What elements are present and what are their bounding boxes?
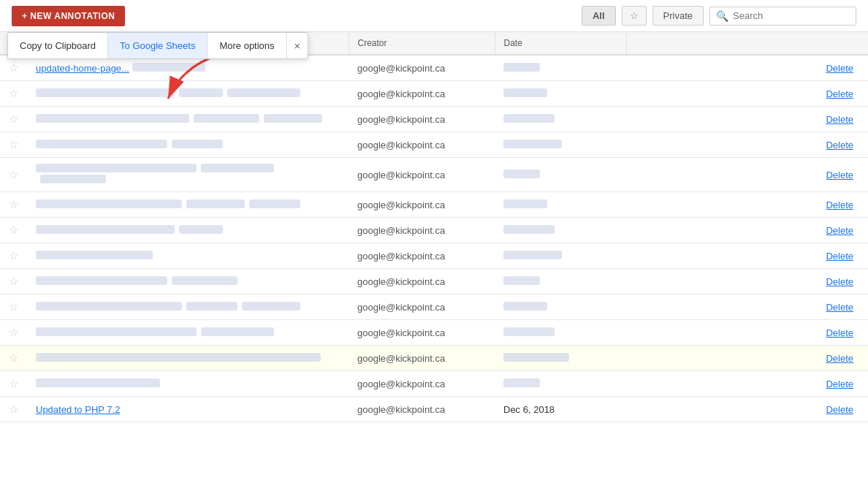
content-cell [27, 243, 349, 269]
star-cell[interactable]: ☆ [0, 346, 27, 371]
table-row: ☆google@kickpoint.caDelete [0, 192, 868, 218]
to-google-sheets-button[interactable]: To Google Sheets [108, 33, 208, 58]
content-cell [27, 158, 349, 192]
table-row: ☆google@kickpoint.caDelete [0, 320, 868, 346]
creator-cell: google@kickpoint.ca [349, 294, 495, 320]
star-cell[interactable]: ☆ [0, 218, 27, 243]
action-cell: Delete [626, 107, 868, 132]
filter-star-button[interactable]: ☆ [622, 6, 647, 26]
delete-button[interactable]: Delete [826, 199, 853, 210]
star-cell[interactable]: ☆ [0, 158, 27, 192]
date-cell [495, 243, 626, 269]
delete-button[interactable]: Delete [826, 170, 853, 180]
blurred-content [40, 175, 106, 183]
date-cell [495, 107, 626, 132]
delete-button[interactable]: Delete [826, 404, 853, 415]
more-options-button[interactable]: More options [208, 33, 286, 58]
blurred-content [36, 379, 160, 387]
blurred-date [503, 63, 540, 72]
blurred-content [36, 225, 175, 234]
content-cell [27, 294, 349, 320]
delete-button[interactable]: Delete [826, 140, 853, 151]
filter-all-button[interactable]: All [582, 6, 616, 26]
date-cell [495, 55, 626, 81]
star-cell[interactable]: ☆ [0, 397, 27, 422]
export-popup: Copy to Clipboard To Google Sheets More … [7, 32, 308, 59]
blurred-content [36, 199, 182, 208]
copy-to-clipboard-button[interactable]: Copy to Clipboard [8, 33, 108, 58]
star-cell[interactable]: ☆ [0, 371, 27, 397]
star-cell[interactable]: ☆ [0, 269, 27, 294]
annotation-link[interactable]: Updated to PHP 7.2 [36, 404, 120, 415]
star-cell[interactable]: ☆ [0, 192, 27, 218]
delete-button[interactable]: Delete [826, 88, 853, 99]
table-row: ☆google@kickpoint.caDelete [0, 107, 868, 132]
star-cell[interactable]: ☆ [0, 294, 27, 320]
action-cell: Delete [626, 132, 868, 158]
col-creator: Creator [349, 32, 495, 55]
table-row: ☆google@kickpoint.caDelete [0, 81, 868, 107]
blurred-content [242, 302, 300, 311]
table-row: ☆Updated to PHP 7.2google@kickpoint.caDe… [0, 397, 868, 422]
action-cell: Delete [626, 81, 868, 107]
date-cell [495, 192, 626, 218]
delete-button[interactable]: Delete [826, 379, 853, 389]
action-cell: Delete [626, 269, 868, 294]
blurred-content [179, 88, 223, 97]
table-row: ☆google@kickpoint.caDelete [0, 371, 868, 397]
new-annotation-button[interactable]: + NEW ANNOTATION [12, 6, 125, 26]
blurred-content [172, 140, 223, 148]
content-cell [27, 269, 349, 294]
content-cell [27, 371, 349, 397]
action-cell: Delete [626, 55, 868, 81]
delete-button[interactable]: Delete [826, 63, 853, 74]
search-container: 🔍 [709, 7, 856, 26]
creator-cell: google@kickpoint.ca [349, 132, 495, 158]
annotation-link[interactable]: updated-home-page... [36, 63, 129, 74]
col-action [626, 32, 868, 55]
delete-button[interactable]: Delete [826, 302, 853, 313]
action-cell: Delete [626, 346, 868, 371]
search-input[interactable] [733, 10, 850, 21]
star-cell[interactable]: ☆ [0, 132, 27, 158]
table-body: ☆updated-home-page... google@kickpoint.c… [0, 55, 868, 422]
star-cell[interactable]: ☆ [0, 81, 27, 107]
blurred-date [503, 114, 555, 123]
delete-button[interactable]: Delete [826, 353, 853, 364]
creator-cell: google@kickpoint.ca [349, 346, 495, 371]
table-row: ☆google@kickpoint.caDelete [0, 243, 868, 269]
creator-cell: google@kickpoint.ca [349, 320, 495, 346]
blurred-date [503, 170, 540, 178]
star-cell[interactable]: ☆ [0, 107, 27, 132]
creator-cell: google@kickpoint.ca [349, 269, 495, 294]
creator-cell: google@kickpoint.ca [349, 55, 495, 81]
filter-private-button[interactable]: Private [652, 6, 704, 26]
date-cell: Dec 6, 2018 [495, 397, 626, 422]
blurred-content [201, 327, 274, 336]
date-cell [495, 371, 626, 397]
date-cell [495, 132, 626, 158]
star-cell[interactable]: ☆ [0, 243, 27, 269]
blurred-date [503, 379, 540, 387]
delete-button[interactable]: Delete [826, 114, 853, 125]
col-date: Date [495, 32, 626, 55]
delete-button[interactable]: Delete [826, 276, 853, 287]
blurred-content [36, 140, 167, 148]
creator-cell: google@kickpoint.ca [349, 158, 495, 192]
blurred-content [179, 225, 223, 234]
close-popup-button[interactable]: × [287, 36, 308, 56]
blurred-content [36, 88, 175, 97]
blurred-content [186, 199, 245, 208]
blurred-content [227, 88, 300, 97]
blurred-content [36, 353, 321, 362]
star-cell[interactable]: ☆ [0, 320, 27, 346]
blurred-content [36, 251, 153, 259]
delete-button[interactable]: Delete [826, 327, 853, 338]
delete-button[interactable]: Delete [826, 251, 853, 262]
blurred-date [503, 225, 555, 234]
date-cell [495, 158, 626, 192]
content-cell: Updated to PHP 7.2 [27, 397, 349, 422]
blurred-content [172, 276, 237, 285]
action-cell: Delete [626, 294, 868, 320]
delete-button[interactable]: Delete [826, 225, 853, 236]
